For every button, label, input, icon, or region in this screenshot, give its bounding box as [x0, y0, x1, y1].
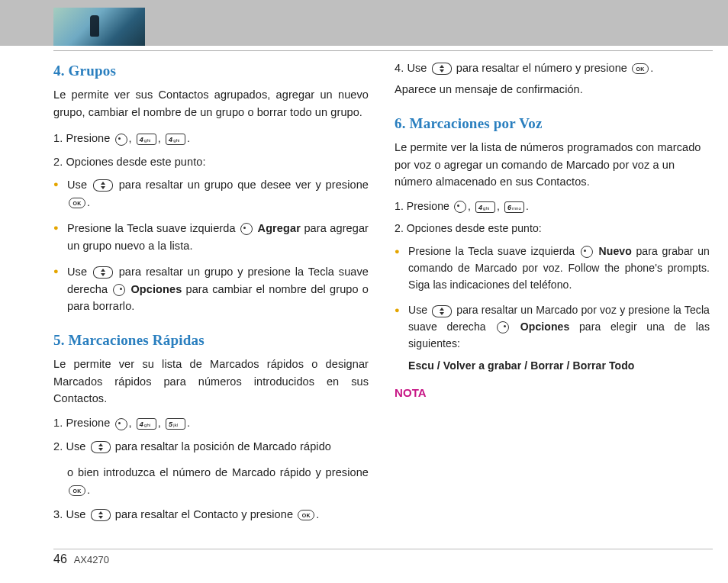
comma: , [158, 132, 164, 144]
comma: , [129, 417, 135, 429]
text: 2. Use [53, 440, 89, 453]
key-4-icon: 4ghi [137, 134, 156, 145]
soft-key-left-icon [240, 223, 253, 235]
soft-key-left-icon [115, 134, 127, 146]
period: . [650, 62, 653, 74]
options-list: Escu / Volver a grabar / Borrar / Borrar… [408, 358, 710, 375]
s5-cont: o bien introduzca el número de Marcado r… [53, 464, 369, 498]
key-4-icon: 4ghi [166, 134, 185, 145]
heading-marcaciones-voz: 6. Marcaciones por Voz [395, 112, 710, 134]
ok-key-icon: OK [632, 63, 649, 74]
key-5-icon: 5jkl [166, 418, 185, 430]
comma: , [497, 200, 503, 212]
nav-key-icon [91, 509, 111, 521]
header-image [53, 8, 145, 46]
s4-bullet3: Use para resaltar un grupo y presione la… [67, 263, 369, 314]
period: . [526, 200, 529, 212]
comma: , [158, 417, 164, 429]
text: 1. Presione [395, 200, 453, 212]
text: Use [67, 266, 92, 278]
ok-key-icon: OK [298, 510, 314, 520]
header-strip [0, 0, 728, 46]
bold-opciones: Opciones [520, 320, 570, 333]
nav-key-icon [91, 441, 111, 453]
nav-key-icon [93, 266, 113, 279]
soft-key-left-icon [115, 418, 127, 430]
text: 1. Presione [53, 132, 114, 144]
heading-grupos: 4. Grupos [53, 60, 369, 82]
text: Presione la Tecla suave izquierda [408, 245, 579, 257]
nav-key-icon [432, 63, 452, 75]
top-rule [53, 50, 713, 51]
period: . [187, 132, 190, 144]
text: para resaltar un grupo que desee ver y p… [119, 179, 369, 191]
nota-label: NOTA [395, 384, 710, 401]
key-4-icon: 4ghi [475, 201, 495, 213]
soft-key-right-icon [113, 284, 125, 296]
s4-bullet1: Use para resaltar un grupo que desee ver… [67, 176, 369, 211]
intro-rapidas: Le permite ver su lista de Marcados rápi… [53, 356, 369, 407]
intro-grupos: Le permite ver sus Contactos agrupados, … [53, 86, 369, 121]
text: Use [408, 304, 430, 316]
s5-step1: 1. Presione , 4ghi, 5jkl. [53, 414, 369, 431]
confirm-text: Aparece un mensaje de confirmación. [395, 81, 710, 98]
s5-step2: 2. Use para resaltar la posición de Marc… [53, 438, 369, 455]
s5-step4: 4. Use para resaltar el número y presion… [395, 60, 710, 98]
period: . [187, 417, 190, 429]
soft-key-left-icon [581, 246, 593, 258]
s4-step2: 2. Opciones desde este punto: [53, 153, 369, 170]
ok-key-icon: OK [69, 485, 85, 496]
model-name: AX4270 [74, 554, 109, 565]
text: Presione la Tecla suave izquierda [67, 222, 239, 234]
s6-bullet2: Use para resaltar un Marcado por voz y p… [408, 302, 710, 375]
text: para resaltar la posición de Marcado ráp… [115, 440, 331, 453]
s4-bullet2: Presione la Tecla suave izquierda Agrega… [67, 220, 369, 254]
key-4-icon: 4ghi [137, 418, 156, 430]
soft-key-right-icon [497, 321, 509, 333]
s4-step1: 1. Presione , 4ghi, 4ghi. [53, 130, 369, 147]
s6-step1: 1. Presione , 4ghi, 6mno. [395, 198, 710, 215]
period: . [87, 196, 90, 208]
page-number: 46 [53, 552, 67, 565]
s6-bullet1: Presione la Tecla suave izquierda Nuevo … [408, 243, 710, 293]
soft-key-left-icon [454, 201, 466, 213]
text: para resaltar el Contacto y presione [115, 508, 296, 520]
nav-key-icon [93, 179, 113, 192]
heading-marcaciones-rapidas: 5. Marcaciones Rápidas [53, 329, 369, 351]
period: . [87, 484, 90, 496]
text: 4. Use [395, 62, 430, 74]
text: Use [67, 179, 92, 191]
nav-key-icon [432, 305, 452, 317]
ok-key-icon: OK [69, 198, 85, 208]
page-footer: 46 AX4270 [53, 552, 109, 566]
footer-rule [53, 549, 713, 549]
intro-voz: Le permite ver la lista de números progr… [395, 139, 710, 190]
key-6-icon: 6mno [504, 201, 524, 213]
period: . [316, 508, 319, 520]
text: 1. Presione [53, 417, 114, 429]
text: 3. Use [53, 508, 89, 520]
text: para cambiar el nombre del grupo o para … [67, 283, 369, 312]
bold-nuevo: Nuevo [599, 245, 632, 257]
text: o bien introduzca el número de Marcado r… [67, 466, 369, 478]
bold-opciones: Opciones [130, 283, 182, 295]
s5-step3: 3. Use para resaltar el Contacto y presi… [53, 506, 369, 523]
s6-step2: 2. Opciones desde este punto: [395, 221, 710, 237]
comma: , [468, 200, 474, 212]
text: para resaltar el número y presione [456, 62, 630, 74]
comma: , [129, 132, 135, 144]
page-content: 4. Grupos Le permite ver sus Contactos a… [53, 60, 710, 530]
bold-agregar: Agregar [258, 222, 301, 234]
